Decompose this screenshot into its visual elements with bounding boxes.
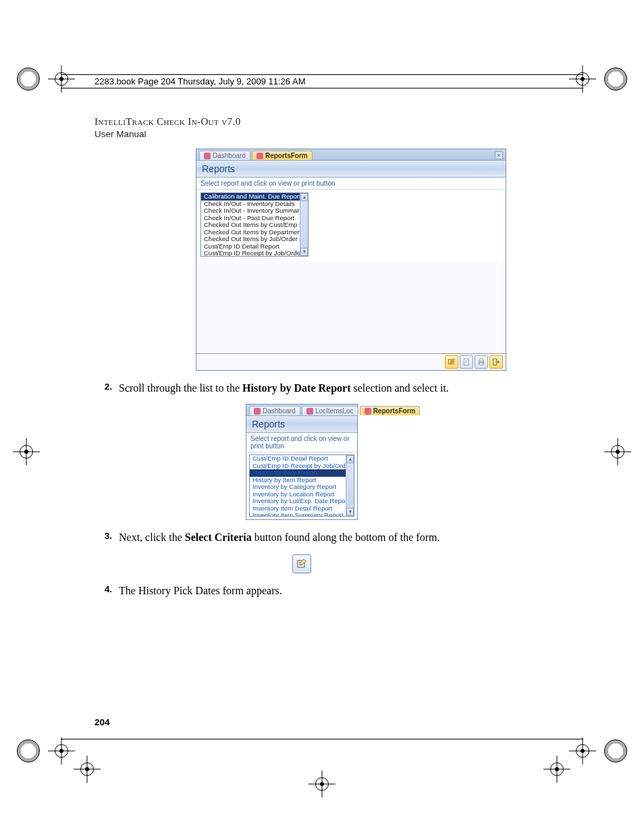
book-header: 2283.book Page 204 Thursday, July 9, 200… — [61, 74, 583, 88]
tab-label: ReportsForm — [373, 407, 416, 415]
manual-title: IntelliTrack Check In-Out v7.0 — [95, 116, 241, 128]
tab-icon — [204, 153, 211, 159]
page-bottom-rule — [61, 739, 583, 739]
step-number: 2. — [95, 380, 119, 392]
reports-panel-title: Reports — [246, 415, 357, 433]
list-item[interactable]: Check In/Out - Inventory Summary — [201, 207, 308, 215]
list-item[interactable]: Checked Out Items by Cust/Emp ID — [201, 221, 308, 229]
reports-instruction: Select report and click on view or print… — [246, 433, 357, 452]
tab-label: ReportsForm — [265, 152, 308, 159]
svg-rect-4 — [480, 363, 483, 365]
tab-reportsform[interactable]: ReportsForm — [252, 151, 313, 160]
scroll-down-icon[interactable]: ▾ — [300, 248, 308, 256]
tab-icon — [365, 408, 371, 415]
step-text: Next, click the Select Criteria button f… — [119, 529, 509, 545]
reports-listbox[interactable]: Calibration and Maint. Due ReportCheck I… — [200, 192, 308, 257]
svg-rect-3 — [480, 359, 483, 361]
list-item[interactable]: Calibration and Maint. Due Report — [201, 193, 308, 201]
close-icon[interactable]: × — [495, 151, 503, 159]
list-item[interactable]: Checked Out Items by Job/Order # — [201, 236, 308, 243]
scroll-up-icon[interactable]: ▴ — [300, 193, 308, 201]
registration-mark — [17, 739, 71, 762]
svg-rect-1 — [464, 359, 468, 365]
registration-mark — [17, 442, 36, 461]
registration-mark — [313, 775, 331, 793]
reports-window-screenshot-1: Dashboard ReportsForm × Reports Select r… — [196, 149, 506, 371]
reports-instruction: Select report and click on view or print… — [196, 178, 506, 190]
tab-dashboard[interactable]: Dashboard — [249, 406, 300, 415]
step-text: Scroll through the list to the History b… — [119, 380, 509, 396]
registration-mark — [573, 739, 627, 762]
tab-reportsform[interactable]: ReportsForm — [360, 406, 421, 415]
tab-icon — [306, 408, 313, 415]
list-item[interactable]: Inventory Item Summary Report — [250, 512, 354, 517]
reports-listbox[interactable]: Cust/Emp ID Detail ReportCust/Emp ID Rec… — [249, 454, 354, 517]
tab-label: Dashboard — [213, 152, 246, 159]
book-header-text: 2283.book Page 204 Thursday, July 9, 200… — [95, 76, 305, 86]
tab-icon — [257, 153, 263, 159]
scroll-down-icon[interactable]: ▾ — [346, 508, 354, 516]
scroll-up-icon[interactable]: ▴ — [346, 455, 354, 463]
print-report-button[interactable] — [475, 355, 488, 369]
reports-panel-title: Reports — [196, 160, 506, 178]
tab-dashboard[interactable]: Dashboard — [199, 151, 250, 160]
step-number: 3. — [95, 529, 119, 541]
list-item[interactable]: Cust/Emp ID Receipt by Job/Order# — [201, 250, 308, 257]
tab-icon — [254, 408, 261, 415]
tab-label: Dashboard — [263, 407, 296, 415]
scrollbar[interactable]: ▴ ▾ — [300, 193, 308, 256]
select-criteria-button[interactable] — [445, 355, 458, 369]
reports-window-screenshot-2: Dashboard LocItemsLoc ReportsForm Report… — [246, 404, 358, 520]
scrollbar[interactable]: ▴ ▾ — [346, 455, 354, 516]
manual-subtitle: User Manual — [95, 129, 241, 139]
select-criteria-button[interactable] — [292, 554, 311, 573]
registration-mark — [608, 442, 627, 461]
view-report-button[interactable] — [460, 355, 473, 369]
step-text: The History Pick Dates form appears. — [119, 583, 509, 598]
step-number: 4. — [95, 583, 119, 594]
tab-locitemsloc[interactable]: LocItemsLoc — [302, 406, 358, 415]
page-number: 204 — [95, 717, 110, 727]
tab-label: LocItemsLoc — [315, 407, 354, 415]
exit-button[interactable] — [489, 355, 503, 369]
